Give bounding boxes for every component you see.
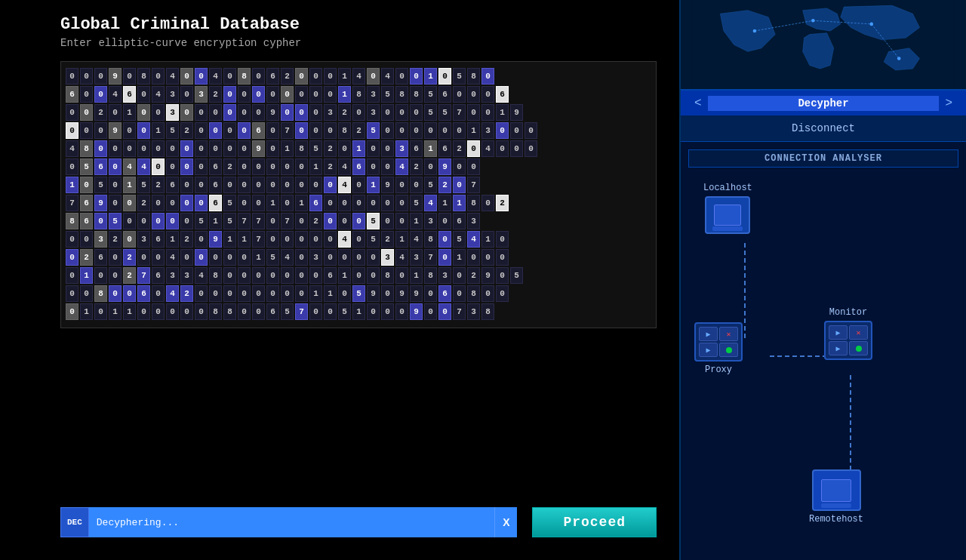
matrix-cell: 8 [295, 140, 308, 157]
matrix-cell: 0 [453, 177, 466, 193]
matrix-cell: 0 [180, 303, 193, 320]
matrix-cell: 6 [80, 195, 93, 211]
proxy-cell-play2 [699, 343, 718, 357]
matrix-cell: 0 [238, 177, 251, 193]
matrix-cell: 0 [367, 249, 380, 266]
matrix-cell: 6 [209, 177, 222, 193]
matrix-cell: 0 [209, 104, 222, 121]
disconnect-bar: Disconnect [681, 115, 966, 142]
matrix-cell: 9 [266, 104, 279, 121]
matrix-cell: 0 [481, 104, 494, 121]
matrix-cell: 3 [324, 104, 337, 121]
matrix-cell: 8 [381, 267, 394, 284]
matrix-cell: 0 [481, 86, 494, 103]
localhost-node: Localhost [703, 183, 752, 234]
nav-next-button[interactable]: > [939, 97, 958, 110]
matrix-cell: 1 [123, 104, 136, 121]
matrix-cell: 5 [510, 267, 523, 284]
matrix-row-9: 0032036120911700000405214805410 [66, 231, 651, 248]
matrix-cell: 0 [152, 104, 165, 121]
matrix-cell: 0 [324, 303, 337, 320]
matrix-cell: 0 [496, 267, 509, 284]
matrix-cell: 4 [152, 86, 165, 103]
matrix-cell: 0 [152, 213, 165, 229]
matrix-cell: 0 [496, 231, 509, 248]
monitor-node: Monitor [824, 307, 872, 360]
matrix-cell: 0 [367, 195, 380, 211]
matrix-cell: 0 [381, 104, 394, 121]
matrix-cell: 0 [223, 177, 236, 193]
matrix-cell: 8 [238, 68, 251, 85]
matrix-cell: 7 [66, 195, 78, 211]
matrix-cell: 0 [367, 140, 380, 157]
matrix-cell: 0 [223, 140, 236, 157]
matrix-cell: 0 [324, 231, 337, 248]
matrix-row-5: 05604400006200000124600420900 [66, 158, 651, 175]
matrix-cell: 6 [80, 213, 93, 229]
matrix-cell: 0 [238, 104, 251, 121]
matrix-cell: 0 [252, 104, 265, 121]
matrix-cell: 0 [166, 303, 179, 320]
matrix-cell: 9 [395, 285, 408, 302]
matrix-row-6: 10501526006000000004019005207 [66, 177, 651, 193]
matrix-cell: 6 [123, 86, 136, 103]
matrix-cell: 0 [123, 213, 136, 229]
cypher-input[interactable] [89, 507, 495, 537]
page-subtitle: Enter elliptic-curve encryption cypher [60, 37, 679, 49]
matrix-cell: 0 [252, 68, 265, 85]
matrix-cell: 0 [137, 303, 150, 320]
matrix-cell: 0 [352, 249, 365, 266]
matrix-cell: 6 [66, 86, 78, 103]
matrix-cell: 0 [180, 213, 193, 229]
matrix-cell: 2 [324, 158, 337, 175]
matrix-cell: 0 [295, 249, 308, 266]
matrix-cell: 0 [309, 303, 322, 320]
matrix-cell: 1 [481, 231, 494, 248]
matrix-row-13: 010110000088006570051000900738 [66, 303, 651, 320]
monitor-cell-green [849, 341, 868, 355]
matrix-cell: 0 [252, 86, 265, 103]
proceed-button[interactable]: Proceed [532, 507, 657, 537]
matrix-cell: 0 [281, 285, 294, 302]
matrix-cell: 4 [137, 158, 150, 175]
matrix-cell: 0 [80, 285, 93, 302]
matrix-cell: 0 [195, 140, 208, 157]
matrix-row-3: 000900152000060700082500000013000 [66, 122, 651, 139]
matrix-cell: 0 [94, 86, 107, 103]
matrix-cell: 1 [238, 231, 251, 248]
matrix-cell: 0 [309, 231, 322, 248]
matrix-cell: 8 [94, 285, 107, 302]
matrix-cell: 0 [266, 267, 279, 284]
matrix-cell: 0 [223, 267, 236, 284]
matrix-cell: 0 [410, 104, 423, 121]
matrix-cell: 0 [152, 68, 165, 85]
matrix-cell: 6 [94, 158, 107, 175]
matrix-cell: 2 [123, 249, 136, 266]
matrix-cell: 0 [94, 213, 107, 229]
matrix-cell: 0 [510, 122, 523, 139]
matrix-cell: 9 [438, 158, 451, 175]
matrix-cell: 2 [453, 140, 466, 157]
matrix-cell: 7 [281, 122, 294, 139]
matrix-cell: 6 [94, 249, 107, 266]
matrix-cell: 1 [338, 86, 351, 103]
matrix-cell: 0 [195, 158, 208, 175]
nav-prev-button[interactable]: < [688, 97, 708, 110]
matrix-cell: 4 [467, 231, 480, 248]
matrix-cell: 2 [309, 213, 322, 229]
matrix-cell: 0 [180, 249, 193, 266]
clear-button[interactable]: X [494, 507, 517, 537]
matrix-cell: 4 [166, 249, 179, 266]
matrix-cell: 9 [209, 231, 222, 248]
disconnect-button[interactable]: Disconnect [792, 122, 855, 134]
matrix-cell: 0 [525, 122, 537, 139]
matrix-cell: 0 [295, 158, 308, 175]
matrix-cell: 0 [352, 104, 365, 121]
matrix-cell: 5 [166, 122, 179, 139]
matrix-cell: 0 [438, 231, 451, 248]
matrix-cell: 4 [424, 195, 437, 211]
remotehost-node: Remotehost [809, 469, 863, 525]
matrix-row-8: 86050000051577070200050013063 [66, 213, 651, 229]
matrix-cell: 3 [309, 249, 322, 266]
matrix-cell: 0 [381, 195, 394, 211]
